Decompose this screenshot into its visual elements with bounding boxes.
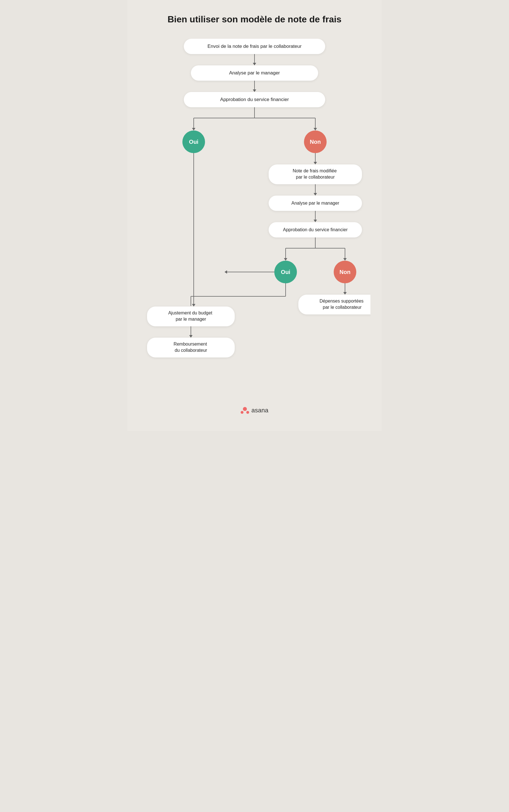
asana-logo-svg <box>241 407 249 414</box>
asana-icon <box>241 407 249 414</box>
asana-text-label: asana <box>251 407 268 414</box>
page-title: Bien utiliser son modèle de note de frai… <box>167 14 341 25</box>
svg-marker-26 <box>284 258 287 261</box>
svg-marker-2 <box>253 63 256 65</box>
svg-marker-5 <box>253 89 256 92</box>
svg-marker-14 <box>314 162 317 164</box>
svg-rect-15 <box>269 164 362 184</box>
svg-marker-17 <box>314 193 317 195</box>
svg-marker-29 <box>192 304 195 307</box>
svg-marker-12 <box>314 128 317 130</box>
svg-point-43 <box>241 411 243 414</box>
svg-marker-27 <box>343 258 347 261</box>
step5-text: Analyse par le manager <box>292 201 340 206</box>
svg-point-44 <box>246 411 249 414</box>
svg-marker-31 <box>225 270 227 274</box>
svg-marker-11 <box>192 128 195 130</box>
step2-text: Analyse par le manager <box>229 70 280 75</box>
svg-rect-38 <box>147 338 235 357</box>
svg-marker-40 <box>343 292 347 294</box>
non2-label: Non <box>340 269 351 275</box>
svg-marker-37 <box>189 335 193 338</box>
page: Bien utiliser son modèle de note de frai… <box>127 0 382 431</box>
svg-marker-20 <box>314 220 317 222</box>
non1-label: Non <box>310 139 321 145</box>
step6-text: Approbation du service financier <box>283 227 348 232</box>
svg-point-42 <box>243 407 247 411</box>
step3-text: Approbation du service financier <box>220 97 289 102</box>
asana-logo: asana <box>241 407 268 414</box>
step1-text: Envoi de la note de frais par le collabo… <box>208 43 302 49</box>
oui2-label: Oui <box>281 269 290 275</box>
svg-rect-41 <box>298 294 370 314</box>
svg-rect-32 <box>147 307 235 326</box>
flowchart-svg: Envoi de la note de frais par le collabo… <box>139 39 370 393</box>
oui1-label: Oui <box>189 139 198 145</box>
